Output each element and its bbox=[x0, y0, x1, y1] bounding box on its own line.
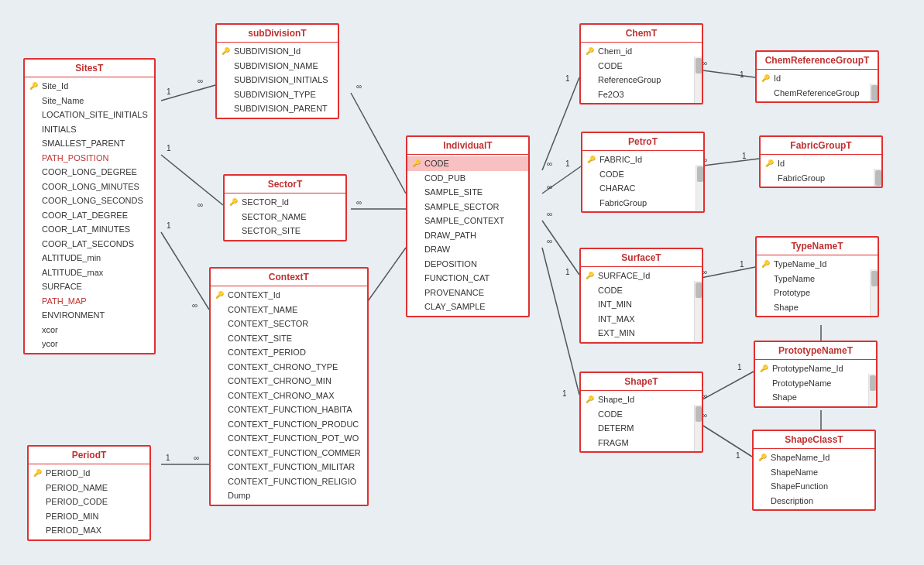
svg-text:∞: ∞ bbox=[356, 198, 362, 207]
field-name: SAMPLE_SECTOR bbox=[424, 200, 499, 214]
pk-icon: 🔑 bbox=[33, 468, 43, 479]
svg-text:1: 1 bbox=[166, 454, 170, 462]
field-row: PrototypeName bbox=[755, 376, 876, 391]
field-row: FUNCTION_CAT bbox=[407, 271, 528, 286]
field-row: CONTEXT_FUNCTION_RELIGIO bbox=[211, 474, 367, 489]
scrollbar-thumb bbox=[875, 170, 881, 186]
field-name: SECTOR_SITE bbox=[242, 224, 301, 238]
scrollbar[interactable] bbox=[696, 165, 703, 211]
pk-icon: 🔑 bbox=[229, 197, 239, 208]
table-header-petrot: PetroT bbox=[582, 133, 703, 151]
field-row: ChemReferenceGroup bbox=[757, 86, 878, 101]
field-name: COOR_LAT_SECONDS bbox=[42, 238, 134, 251]
field-name: CONTEXT_CHRONO_TYPE bbox=[228, 361, 338, 374]
field-row: PERIOD_NAME bbox=[29, 481, 149, 495]
table-body-sitest: 🔑Site_IdSite_NameLOCATION_SITE_INITIALSI… bbox=[25, 77, 154, 353]
scrollbar[interactable] bbox=[870, 84, 878, 101]
field-name: PERIOD_MAX bbox=[46, 524, 101, 537]
table-prototypenamet: PrototypeNameT🔑PrototypeName_IdPrototype… bbox=[754, 341, 878, 408]
field-name: CHARAC bbox=[599, 182, 635, 195]
svg-text:∞: ∞ bbox=[547, 183, 552, 191]
scrollbar[interactable] bbox=[694, 56, 702, 103]
field-row: 🔑TypeName_Id bbox=[757, 257, 878, 272]
table-body-shapeclasst: 🔑ShapeName_IdShapeNameShapeFunctionDescr… bbox=[754, 449, 874, 509]
field-name: DRAW_PATH bbox=[424, 229, 476, 242]
table-body-sectort: 🔑SECTOR_IdSECTOR_NAMESECTOR_SITE bbox=[225, 193, 345, 240]
field-name: Description bbox=[771, 495, 813, 508]
field-name: PROVENANCE bbox=[424, 286, 484, 300]
field-name: INITIALS bbox=[42, 123, 77, 136]
field-name: COOR_LAT_MINUTES bbox=[42, 223, 130, 236]
svg-line-30 bbox=[697, 70, 755, 77]
field-name: CONTEXT_FUNCTION_HABITA bbox=[228, 403, 352, 416]
table-body-individualt: 🔑CODECOD_PUBSAMPLE_SITESAMPLE_SECTORSAMP… bbox=[407, 155, 528, 316]
field-row: PROVENANCE bbox=[407, 286, 528, 300]
table-body-chemt: 🔑Chem_idCODEReferenceGroupFe2O3 bbox=[581, 43, 702, 103]
field-row: ALTITUDE_max bbox=[25, 265, 154, 280]
field-row: SURFACE bbox=[25, 279, 154, 294]
field-name: FRAGM bbox=[598, 437, 629, 450]
field-name: SAMPLE_CONTEXT bbox=[424, 214, 504, 228]
field-name: PATH_MAP bbox=[42, 295, 87, 308]
field-row: COOR_LONG_SECONDS bbox=[25, 193, 154, 208]
field-row: ShapeFunction bbox=[754, 479, 874, 494]
pk-icon: 🔑 bbox=[29, 81, 39, 92]
table-header-chemt: ChemT bbox=[581, 25, 702, 43]
field-row: PATH_MAP bbox=[25, 294, 154, 309]
field-name: CONTEXT_FUNCTION_MILITAR bbox=[228, 461, 355, 474]
field-name: Prototype bbox=[774, 286, 810, 300]
table-chemreferencegroupt: ChemReferenceGroupT🔑IdChemReferenceGroup bbox=[755, 50, 879, 103]
field-name: COOR_LONG_MINUTES bbox=[42, 180, 139, 193]
field-row: SAMPLE_CONTEXT bbox=[407, 214, 528, 228]
scrollbar[interactable] bbox=[694, 281, 702, 342]
table-body-subdivisiont: 🔑SUBDIVISION_IdSUBDIVISION_NAMESUBDIVISI… bbox=[217, 43, 338, 118]
svg-text:1: 1 bbox=[565, 74, 570, 83]
field-name: SUBDIVISION_Id bbox=[234, 45, 301, 58]
svg-line-12 bbox=[351, 93, 406, 193]
field-row: 🔑PERIOD_Id bbox=[29, 466, 149, 481]
field-name: ShapeName_Id bbox=[771, 451, 830, 464]
svg-text:∞: ∞ bbox=[547, 237, 552, 245]
scrollbar-thumb bbox=[871, 271, 878, 286]
field-row: INITIALS bbox=[25, 122, 154, 137]
field-row: LOCATION_SITE_INITIALS bbox=[25, 108, 154, 122]
table-header-prototypenamet: PrototypeNameT bbox=[755, 342, 876, 360]
field-row: CONTEXT_CHRONO_MAX bbox=[211, 389, 367, 403]
field-row: ShapeName bbox=[754, 465, 874, 480]
field-name: SUBDIVISION_PARENT bbox=[234, 102, 328, 115]
field-name: SURFACE_Id bbox=[598, 269, 650, 282]
field-name: DETERM bbox=[598, 422, 634, 435]
field-row: CODE bbox=[581, 283, 702, 298]
field-row: CONTEXT_FUNCTION_PRODUC bbox=[211, 417, 367, 432]
scrollbar[interactable] bbox=[870, 269, 878, 316]
field-row: 🔑FABRIC_Id bbox=[582, 152, 703, 167]
field-row: 🔑SECTOR_Id bbox=[225, 195, 345, 210]
field-row: DETERM bbox=[581, 421, 702, 436]
field-row: 🔑CODE bbox=[407, 156, 528, 171]
table-surfacet: SurfaceT🔑SURFACE_IdCODEINT_MININT_MAXEXT… bbox=[579, 248, 703, 344]
field-name: ycor bbox=[42, 337, 58, 351]
field-row: CODE bbox=[581, 407, 702, 422]
field-row: COOR_LONG_DEGREE bbox=[25, 165, 154, 180]
field-name: CODE bbox=[424, 157, 449, 170]
field-row: Description bbox=[754, 494, 874, 508]
scrollbar-thumb bbox=[871, 85, 878, 101]
field-row: 🔑Id bbox=[757, 71, 878, 86]
field-name: CODE bbox=[599, 168, 624, 181]
field-row: INT_MIN bbox=[581, 297, 702, 312]
scrollbar-thumb bbox=[697, 166, 703, 182]
table-header-sectort: SectorT bbox=[225, 176, 345, 193]
field-name: PrototypeName bbox=[772, 377, 831, 390]
scrollbar[interactable] bbox=[874, 169, 881, 187]
field-name: Id bbox=[778, 157, 785, 170]
field-name: COOR_LAT_DEGREE bbox=[42, 209, 128, 222]
field-row: COOR_LAT_SECONDS bbox=[25, 237, 154, 252]
field-row: Site_Name bbox=[25, 94, 154, 108]
field-name: CONTEXT_FUNCTION_COMMER bbox=[228, 447, 361, 460]
field-name: TypeName bbox=[774, 272, 815, 286]
field-name: Id bbox=[774, 72, 781, 85]
field-row: SAMPLE_SITE bbox=[407, 185, 528, 200]
field-name: INT_MAX bbox=[598, 313, 635, 326]
scrollbar[interactable] bbox=[868, 374, 876, 406]
scrollbar[interactable] bbox=[694, 405, 702, 451]
